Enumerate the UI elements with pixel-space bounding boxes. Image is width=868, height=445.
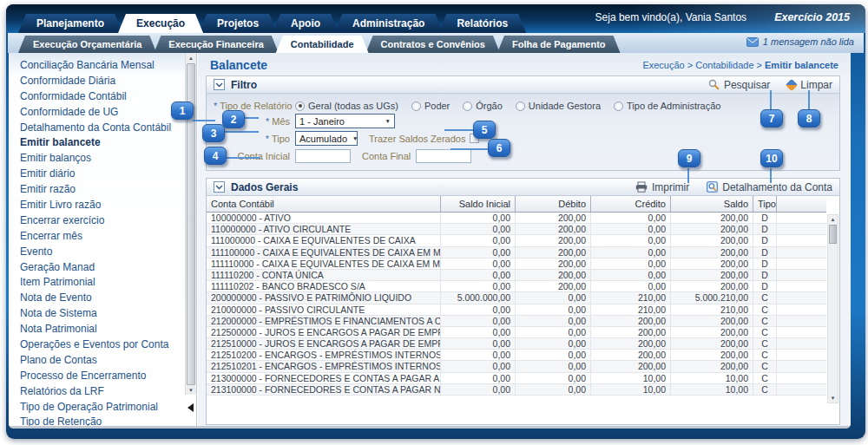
- cell-saldo-inicial: 0,00: [441, 258, 516, 269]
- cell-credito: 0,00: [591, 258, 671, 269]
- primary-tab[interactable]: Projetos: [199, 14, 277, 33]
- table-row[interactable]: 100000000 - ATIVO 0,00 200,00 0,00 200,0…: [207, 213, 826, 224]
- tipo-select[interactable]: Acumulado: [295, 131, 358, 146]
- sidebar-item[interactable]: Conformidade de UG: [20, 104, 182, 120]
- detalhamento-label: Detalhamento da Conta: [722, 181, 832, 193]
- messages-link[interactable]: 1 mensagem não lida: [746, 36, 854, 47]
- table-row[interactable]: 111110200 - CONTA ÚNICA 0,00 200,00 0,00…: [207, 270, 826, 281]
- cell-credito: 0,00: [591, 247, 671, 258]
- sidebar-item[interactable]: Conformidade Diária: [20, 73, 182, 88]
- table-row[interactable]: 212500000 - JUROS E ENCARGOS A PAGAR DE …: [207, 327, 826, 338]
- table-row[interactable]: 110000000 - ATIVO CIRCULANTE 0,00 200,00…: [207, 224, 826, 235]
- cell-debito: 200,00: [516, 281, 591, 291]
- cell-saldo: 200,00: [671, 235, 753, 245]
- callout-connector: [444, 129, 473, 131]
- table-row[interactable]: 212510201 - ENCARGOS - EMPRÉSTIMOS INTER…: [207, 361, 826, 372]
- sidebar-item[interactable]: Emitir diário: [20, 166, 182, 181]
- cell-filler: [777, 327, 826, 337]
- primary-tab[interactable]: Relatórios: [438, 14, 526, 33]
- cell-filler: [777, 361, 826, 371]
- secondary-tab[interactable]: Contratos e Convênios: [366, 36, 500, 53]
- sidebar-item[interactable]: Encerrar exercício: [20, 213, 182, 228]
- sidebar-item[interactable]: Conciliação Bancária Mensal: [20, 57, 182, 73]
- column-header[interactable]: Débito: [516, 196, 591, 212]
- breadcrumb-path: Execução > Contabilidade >: [642, 60, 762, 70]
- conta-inicial-input[interactable]: [295, 149, 351, 163]
- sidebar-item[interactable]: Conformidade Contábil: [20, 88, 182, 104]
- sidebar-item[interactable]: Geração Manad: [20, 259, 182, 275]
- column-header[interactable]: Saldo Inicial: [441, 196, 516, 212]
- table-row[interactable]: 212510200 - ENCARGOS - EMPRÉSTIMOS INTER…: [207, 350, 826, 361]
- callout-5: 5: [473, 121, 496, 139]
- sidebar-item[interactable]: Plano de Contas: [20, 352, 182, 368]
- table-scrollbar[interactable]: ▲ ▼: [827, 214, 838, 403]
- sidebar-item[interactable]: Operações e Eventos por Conta: [20, 337, 182, 352]
- conta-final-input[interactable]: [416, 149, 471, 163]
- table-row[interactable]: 111000000 - CAIXA E EQUIVALENTES DE CAIX…: [207, 235, 826, 246]
- tipo-relatorio-radio-option[interactable]: Poder: [411, 101, 450, 111]
- scroll-down-icon[interactable]: ▼: [828, 394, 838, 402]
- sidebar-item[interactable]: Item Patrimonial: [20, 274, 182, 290]
- sidebar-item[interactable]: Emitir Livro razão: [20, 197, 182, 213]
- cell-credito: 200,00: [591, 361, 671, 371]
- table-row[interactable]: 213100000 - FORNECEDORES E CONTAS A PAGA…: [207, 384, 826, 396]
- cell-filler: [777, 270, 826, 280]
- table-row[interactable]: 111100000 - CAIXA E EQUIVALENTES DE CAIX…: [207, 247, 826, 258]
- sidebar-item[interactable]: Processo de Encerramento: [20, 368, 182, 383]
- sidebar-item[interactable]: Relatórios da LRF: [20, 383, 182, 399]
- table-row[interactable]: 212510000 - JUROS E ENCARGOS A PAGAR DE …: [207, 338, 826, 350]
- primary-tab[interactable]: Apoio: [273, 14, 339, 33]
- tipo-relatorio-radio-option[interactable]: Unidade Gestora: [516, 101, 601, 111]
- table-row[interactable]: 210000000 - PASSIVO CIRCULANTE 0,00 0,00…: [207, 304, 826, 316]
- tipo-relatorio-radio-option[interactable]: Tipo de Administração: [614, 101, 720, 111]
- sidebar-item[interactable]: Tipo de Retenção: [20, 414, 182, 429]
- scroll-up-icon[interactable]: ▲: [186, 54, 196, 62]
- table-scrollbar-thumb[interactable]: [829, 225, 837, 244]
- column-header[interactable]: Tipo: [753, 196, 777, 212]
- scroll-up-icon[interactable]: ▲: [828, 215, 838, 224]
- table-row[interactable]: 111110202 - BANCO BRADESCO S/A 0,00 200,…: [207, 281, 826, 292]
- column-header[interactable]: Crédito: [591, 196, 671, 212]
- sidebar-item[interactable]: Nota Patrimonial: [20, 321, 182, 337]
- sidebar-item[interactable]: Nota de Evento: [20, 290, 182, 305]
- limpar-button[interactable]: Limpar: [787, 79, 832, 91]
- sidebar-item[interactable]: Emitir balanços: [20, 150, 182, 166]
- table-row[interactable]: 212000000 - EMPRÉSTIMOS E FINANCIAMENTOS…: [207, 316, 826, 327]
- column-header[interactable]: Saldo: [671, 196, 753, 212]
- collapse-dados-button[interactable]: [214, 181, 225, 193]
- mes-select[interactable]: 1 - Janeiro: [295, 114, 395, 128]
- sidebar-item[interactable]: Emitir razão: [20, 181, 182, 197]
- table-row[interactable]: 213000000 - FORNECEDORES E CONTAS A PAGA…: [207, 373, 826, 384]
- primary-tab[interactable]: Execução: [118, 14, 203, 33]
- pesquisar-button[interactable]: Pesquisar: [708, 79, 770, 91]
- sidebar-item[interactable]: Encerrar mês: [20, 228, 182, 244]
- scroll-down-icon[interactable]: ▼: [186, 386, 196, 395]
- secondary-tab[interactable]: Folha de Pagamento: [497, 36, 621, 53]
- primary-tab[interactable]: Administração: [334, 14, 443, 33]
- sidebar-item[interactable]: Emitir balancete: [20, 134, 182, 150]
- callout-3: 3: [202, 124, 225, 142]
- sidebar-item[interactable]: Detalhamento da Conta Contábil: [20, 120, 182, 135]
- primary-tab[interactable]: Planejamento: [18, 14, 122, 33]
- column-header[interactable]: [777, 196, 826, 212]
- tipo-relatorio-radio-option[interactable]: Órgão: [463, 101, 503, 111]
- collapse-filtro-button[interactable]: [214, 79, 225, 90]
- column-header[interactable]: Conta Contábil: [207, 196, 441, 212]
- sidebar-collapse-handle[interactable]: [187, 403, 194, 412]
- imprimir-button[interactable]: Imprimir: [635, 181, 689, 193]
- tipo-relatorio-radio-option[interactable]: Geral (todas as UGs): [295, 101, 398, 111]
- secondary-tab[interactable]: Execução Financeira: [154, 36, 278, 53]
- cell-debito: 0,00: [516, 338, 591, 349]
- secondary-tab[interactable]: Contabilidade: [276, 36, 369, 53]
- sidebar-item[interactable]: Evento: [20, 244, 182, 259]
- sidebar-item[interactable]: Tipo de Operação Patrimonial: [20, 399, 182, 415]
- table-row[interactable]: 200000000 - PASSIVO E PATRIMÔNIO LIQUIDO…: [207, 292, 826, 304]
- exercise-label: Exercício 2015: [774, 11, 850, 23]
- radio-icon: [463, 101, 472, 111]
- table-row[interactable]: 111110000 - CAIXA E EQUIVALENTES DE CAIX…: [207, 258, 826, 270]
- sidebar-item[interactable]: Nota de Sistema: [20, 305, 182, 321]
- cell-filler: [777, 258, 826, 269]
- primary-tabs: PlanejamentoExecuçãoProjetosApoioAdminis…: [18, 14, 522, 33]
- cell-saldo: 200,00: [671, 247, 753, 258]
- secondary-tab[interactable]: Execução Orçamentária: [18, 36, 156, 53]
